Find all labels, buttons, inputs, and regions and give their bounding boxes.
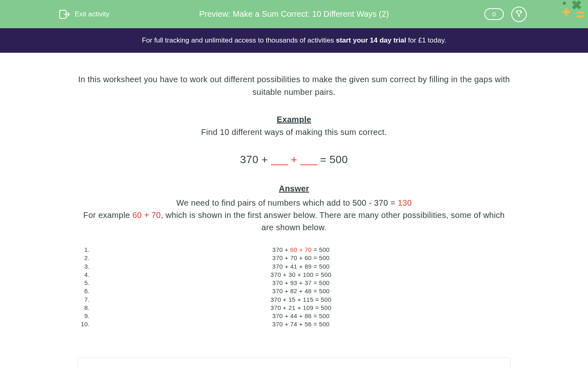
list-item: 370 + 41 + 89 = 500 [91,263,510,271]
answer-line2-prefix: For example [83,211,132,220]
exit-icon [59,10,70,19]
list-item-text: 370 + 70 + 60 = 500 [91,254,510,262]
equation-plus: + [287,153,300,166]
list-item: 370 + 74 + 56 = 500 [91,320,510,328]
trophy-button[interactable] [511,7,527,22]
list-item-text: 370 + 21 + 109 = 500 [91,304,510,312]
activity-footer-card: This activity contains 10 questions Star… [78,357,510,368]
top-bar: Exit activity Preview: Make a Sum Correc… [0,0,588,28]
exit-activity-button[interactable]: Exit activity [59,10,109,19]
answer-line1-value: 130 [398,198,412,207]
list-item-text: 370 + 30 + 100 = 500 [91,271,510,279]
list-item: 370 + 21 + 109 = 500 [91,304,510,312]
banner-prefix: For full tracking and unlimited access t… [142,36,336,44]
equation-blank-1: ___ [271,153,287,166]
trophy-icon [515,9,523,19]
answer-line2-highlight: 60 + 70 [132,211,160,220]
svg-rect-5 [577,16,584,18]
top-right-controls: 0 [484,7,527,22]
equation-blank-2: ___ [301,153,317,166]
svg-point-1 [563,2,566,5]
list-item: 370 + 30 + 100 = 500 [91,271,510,279]
list-item: 370 + 60 + 70 = 500 [91,246,510,254]
page-title: Preview: Make a Sum Correct: 10 Differen… [199,9,389,19]
list-item: 370 + 70 + 60 = 500 [91,254,510,262]
banner-suffix: for £1 today. [406,36,446,44]
score-pill[interactable]: 0 [484,8,504,20]
intro-text: In this worksheet you have to work out d… [78,73,510,99]
list-item-text: 370 + 60 + 70 = 500 [91,246,510,254]
banner-bold: start your 14 day trial [336,36,406,44]
list-item-text: 370 + 82 + 48 = 500 [91,287,510,295]
answer-label: Answer [78,184,510,193]
list-item-text: 370 + 44 + 86 = 500 [91,312,510,320]
list-item-text: 370 + 74 + 56 = 500 [91,320,510,328]
list-item-text: 370 + 93 + 37 = 500 [91,279,510,287]
answer-line1-prefix: We need to find pairs of numbers which a… [176,198,398,207]
list-item-text: 370 + 15 + 115 = 500 [91,296,510,304]
trial-banner[interactable]: For full tracking and unlimited access t… [0,28,588,53]
list-item-text: 370 + 41 + 89 = 500 [91,263,510,271]
svg-rect-3 [563,11,570,13]
svg-rect-4 [577,11,584,13]
equation-rhs: = 500 [317,153,348,166]
example-description: Find 10 different ways of making this su… [78,128,510,137]
list-item: 370 + 44 + 86 = 500 [91,312,510,320]
answer-list: 370 + 60 + 70 = 500370 + 70 + 60 = 50037… [78,246,510,329]
equation-lhs: 370 + [240,153,271,166]
answer-line2-suffix: , which is shown in the first answer bel… [161,211,505,232]
answer-text: We need to find pairs of numbers which a… [78,197,510,233]
equation: 370 + ___ + ___ = 500 [78,153,510,166]
example-label: Example [78,115,510,124]
exit-activity-label: Exit activity [75,10,109,18]
list-item: 370 + 15 + 115 = 500 [91,296,510,304]
content-area: In this worksheet you have to work out d… [69,53,519,368]
list-item: 370 + 93 + 37 = 500 [91,279,510,287]
brand-logo-icon [561,0,586,20]
list-item: 370 + 82 + 48 = 500 [91,287,510,295]
